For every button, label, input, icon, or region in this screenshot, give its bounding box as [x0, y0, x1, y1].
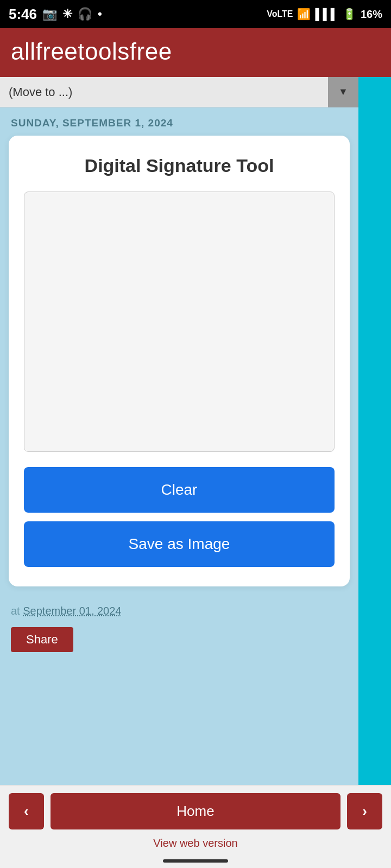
battery-level: 16%: [361, 8, 382, 21]
camera-icon: 📷: [42, 7, 57, 21]
signal-icon: ▌▌▌: [315, 8, 338, 21]
date-label: SUNDAY, SEPTEMBER 1, 2024: [0, 107, 358, 136]
clear-button[interactable]: Clear: [24, 467, 335, 513]
footer-date: September 01, 2024: [23, 605, 121, 617]
headphone-icon: 🎧: [78, 7, 92, 21]
save-as-image-button[interactable]: Save as Image: [24, 521, 335, 567]
footer-info: at September 01, 2024: [0, 597, 358, 622]
status-bar-right: VoLTE 📶 ▌▌▌ 🔋 16%: [267, 8, 382, 21]
move-to-bar[interactable]: (Move to ...) ▼: [0, 77, 358, 107]
cyan-strip: [358, 77, 391, 868]
battery-icon: 🔋: [343, 8, 356, 21]
signature-canvas[interactable]: [24, 192, 335, 452]
dot-icon: •: [98, 7, 102, 21]
volte-icon: VoLTE: [267, 9, 293, 19]
content-area: (Move to ...) ▼ SUNDAY, SEPTEMBER 1, 202…: [0, 77, 358, 868]
status-time: 5:46: [9, 6, 37, 23]
home-indicator: [163, 859, 228, 863]
asterisk-icon: ✳: [62, 7, 72, 21]
wifi-icon: 📶: [297, 8, 311, 21]
share-button[interactable]: Share: [11, 627, 73, 652]
next-button[interactable]: ›: [347, 793, 382, 829]
view-web-version-link[interactable]: View web version: [0, 835, 391, 855]
status-bar-left: 5:46 📷 ✳ 🎧 •: [9, 6, 102, 23]
status-bar: 5:46 📷 ✳ 🎧 • VoLTE 📶 ▌▌▌ 🔋 16%: [0, 0, 391, 28]
dropdown-arrow-icon: ▼: [338, 86, 348, 98]
card-title: Digital Signature Tool: [24, 155, 335, 176]
signature-card: Digital Signature Tool Clear Save as Ima…: [9, 136, 350, 586]
bottom-nav-buttons: ‹ Home ›: [0, 786, 391, 835]
bottom-nav: ‹ Home › View web version: [0, 785, 391, 868]
move-to-arrow[interactable]: ▼: [328, 77, 358, 107]
move-to-select[interactable]: (Move to ...): [0, 77, 328, 107]
app-title: allfreetoolsfree: [11, 38, 172, 65]
bottom-spacer: [0, 661, 358, 731]
home-button[interactable]: Home: [51, 793, 341, 829]
at-text: at: [11, 605, 20, 617]
main-wrapper: (Move to ...) ▼ SUNDAY, SEPTEMBER 1, 202…: [0, 77, 391, 868]
prev-button[interactable]: ‹: [9, 793, 44, 829]
app-header: allfreetoolsfree: [0, 28, 391, 77]
